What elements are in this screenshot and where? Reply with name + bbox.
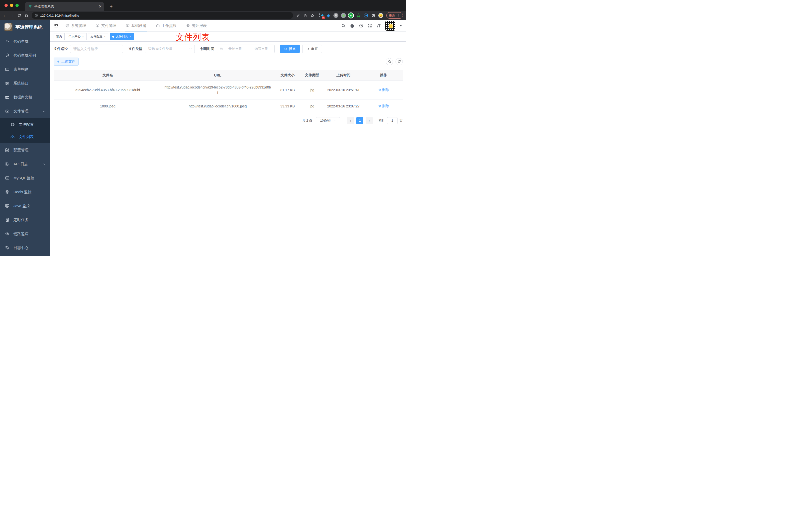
active-dot-icon xyxy=(112,36,114,38)
window-zoom-button[interactable] xyxy=(16,4,19,7)
back-button[interactable]: ← xyxy=(3,13,7,18)
tag-file-config[interactable]: 文件配置× xyxy=(88,33,109,40)
top-menu-infrastructure[interactable]: 基础设施 xyxy=(126,20,146,31)
current-page-button[interactable]: 1 xyxy=(356,117,364,124)
close-icon[interactable]: × xyxy=(82,35,84,38)
sidebar-item-config-management[interactable]: 配置管理 xyxy=(0,143,50,157)
avatar-caret-icon[interactable] xyxy=(400,25,402,26)
sidebar-item-system-api[interactable]: 系统接口 xyxy=(0,76,50,90)
prev-page-button[interactable]: ‹ xyxy=(347,117,354,124)
extension-badge: 11 xyxy=(322,17,325,19)
tag-home[interactable]: 首页 xyxy=(54,33,65,40)
page-size-select[interactable]: 10条/页 xyxy=(316,117,340,124)
site-info-icon[interactable] xyxy=(35,14,38,17)
forward-button[interactable]: → xyxy=(10,13,14,18)
help-icon[interactable] xyxy=(359,24,364,28)
top-menu-system[interactable]: 系统管理 xyxy=(65,20,86,31)
top-menu-reports[interactable]: 统计报表 xyxy=(186,20,207,31)
sidebar-item-file-list[interactable]: 文件列表 xyxy=(0,131,50,143)
sidebar-item-code-demo[interactable]: 代码生成示例 xyxy=(0,48,50,62)
user-avatar[interactable] xyxy=(385,21,395,31)
extension-star-icon[interactable] xyxy=(356,13,361,18)
file-path-label: 文件路径 xyxy=(54,47,67,51)
goto-label: 前往 xyxy=(379,118,385,123)
app-title: 芋道管理系统 xyxy=(16,24,42,30)
chevron-down-icon xyxy=(333,119,336,122)
refresh-icon xyxy=(398,60,401,63)
sidebar-item-java-monitor[interactable]: Java 监控 xyxy=(0,199,50,213)
home-button[interactable] xyxy=(24,13,28,18)
sidebar-item-db-doc[interactable]: 数据库文档 xyxy=(0,90,50,104)
extension-diamond-icon[interactable]: ◆11 xyxy=(318,13,323,18)
sidebar-item-code-gen[interactable]: 代码生成 xyxy=(0,34,50,48)
url-bar[interactable]: 127.0.0.1:1024/infra/file/file xyxy=(32,12,293,19)
sidebar-item-mysql-monitor[interactable]: MySQL 监控 xyxy=(0,171,50,185)
reload-button[interactable] xyxy=(18,14,21,18)
date-range-picker[interactable]: 开始日期 - 结束日期 xyxy=(217,44,274,53)
upload-file-button[interactable]: 上传文件 xyxy=(54,58,79,65)
search-icon xyxy=(388,60,391,63)
sidebar-item-trace[interactable]: 链路追踪 xyxy=(0,227,50,241)
sidebar-item-log-center[interactable]: 日志中心 xyxy=(0,241,50,255)
top-menu-workflow[interactable]: 工作流程 xyxy=(156,20,177,31)
tab-close-icon[interactable]: ✕ xyxy=(98,4,102,9)
top-menu-payment[interactable]: 支付管理 xyxy=(95,20,116,31)
window-close-button[interactable] xyxy=(4,4,8,7)
tag-file-list[interactable]: 文件列表× xyxy=(110,33,134,40)
extension-y-icon[interactable]: y xyxy=(348,13,353,18)
goto-page-input[interactable] xyxy=(387,117,398,124)
window-controls[interactable] xyxy=(4,4,19,7)
clock-doc-icon xyxy=(5,218,9,222)
tag-profile[interactable]: 个人中心× xyxy=(66,33,87,40)
sidebar-collapse-button[interactable] xyxy=(54,23,59,28)
plus-icon xyxy=(57,60,60,63)
menu-dots-icon: ⋮ xyxy=(397,13,401,18)
column-actions: 操作 xyxy=(364,70,403,81)
delete-button[interactable]: 删除 xyxy=(378,87,389,92)
search-button[interactable]: 搜索 xyxy=(280,44,300,53)
toggle-search-button[interactable] xyxy=(386,58,393,65)
trash-icon xyxy=(378,104,381,108)
top-menus: 系统管理 支付管理 基础设施 工作流程 统计报表 xyxy=(65,20,207,31)
sidebar-item-file-management[interactable]: 文件管理 xyxy=(0,104,50,118)
extension-eye-icon[interactable] xyxy=(364,13,368,18)
fullscreen-icon[interactable] xyxy=(368,24,372,28)
sidebar-item-scheduled-tasks[interactable]: 定时任务 xyxy=(0,213,50,227)
close-icon[interactable]: × xyxy=(104,35,106,38)
file-path-input[interactable] xyxy=(70,44,123,53)
passwords-key-icon[interactable] xyxy=(296,13,300,18)
chrome-update-button[interactable]: 更新 ⋮ xyxy=(386,12,403,19)
sidebar-logo[interactable]: 芋道管理系统 xyxy=(0,20,50,34)
bookmark-star-icon[interactable] xyxy=(310,13,315,18)
reset-button[interactable]: 重置 xyxy=(302,44,322,53)
extensions-puzzle-icon[interactable] xyxy=(371,13,376,18)
new-tab-button[interactable]: ＋ xyxy=(109,3,113,9)
browser-toolbar: ← → 127.0.0.1:1024/infra/file/file ◆11 ◆… xyxy=(0,11,406,20)
cell-url: http://test.yudao.iocoder.cn/1000.jpeg xyxy=(162,99,273,113)
window-minimize-button[interactable] xyxy=(10,4,13,7)
sidebar-item-api-log[interactable]: API 日志 xyxy=(0,157,50,171)
extension-command-icon[interactable]: ⌘ xyxy=(334,13,339,18)
sidebar-item-form-builder[interactable]: 表单构建 xyxy=(0,62,50,76)
extension-dot-icon[interactable] xyxy=(341,13,346,18)
profile-avatar[interactable] xyxy=(378,13,383,18)
browser-actions: ◆11 ◆ ⌘ y 更新 ⋮ xyxy=(296,12,403,19)
table-toolbar: 上传文件 xyxy=(54,58,403,65)
sidebar-item-file-config[interactable]: 文件配置 xyxy=(0,118,50,131)
github-icon[interactable] xyxy=(350,24,355,28)
share-icon[interactable] xyxy=(303,13,307,18)
extension-gem-icon[interactable]: ◆ xyxy=(326,13,331,18)
search-icon xyxy=(284,48,287,51)
browser-tab[interactable]: 芋道管理系统 ✕ xyxy=(25,2,104,11)
font-size-icon[interactable] xyxy=(376,24,381,28)
search-icon[interactable] xyxy=(341,24,346,28)
close-icon[interactable]: × xyxy=(129,35,131,38)
sidebar-item-redis-monitor[interactable]: Redis 监控 xyxy=(0,185,50,199)
table-row: a294ecb2-73dd-4353-bf40-296b8931d0bf htt… xyxy=(54,81,403,99)
refresh-table-button[interactable] xyxy=(396,58,403,65)
start-date-placeholder[interactable]: 开始日期 xyxy=(225,47,246,51)
next-page-button[interactable]: › xyxy=(366,117,373,124)
end-date-placeholder[interactable]: 结束日期 xyxy=(251,47,272,51)
file-type-select[interactable]: 请选择文件类型 xyxy=(145,44,195,53)
delete-button[interactable]: 删除 xyxy=(378,103,389,109)
